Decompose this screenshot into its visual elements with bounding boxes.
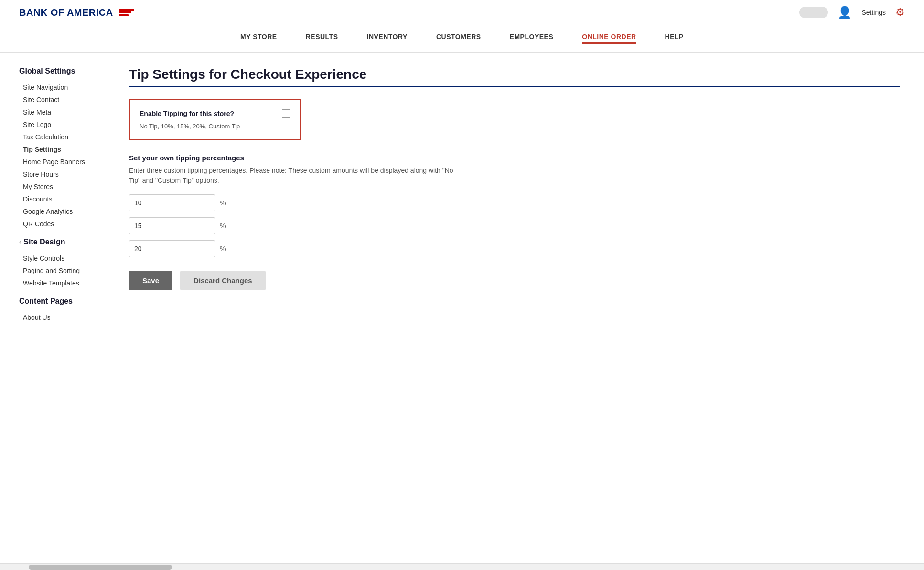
sidebar-item-qr-codes[interactable]: QR Codes (19, 218, 95, 230)
button-row: Save Discard Changes (129, 271, 900, 290)
user-avatar (799, 7, 828, 18)
sidebar-item-website-templates[interactable]: Website Templates (19, 277, 95, 289)
flag-stripe-3 (119, 14, 129, 16)
sidebar-item-site-contact[interactable]: Site Contact (19, 94, 95, 106)
person-icon[interactable]: 👤 (838, 6, 852, 19)
sidebar-item-paging-sorting[interactable]: Paging and Sorting (19, 264, 95, 277)
tip-input-3[interactable] (129, 240, 215, 257)
sidebar-item-style-controls[interactable]: Style Controls (19, 252, 95, 264)
save-button[interactable]: Save (129, 271, 172, 290)
main-content: Tip Settings for Checkout Experience Ena… (105, 53, 924, 560)
set-percentages-desc: Enter three custom tipping percentages. … (129, 166, 454, 186)
sidebar-item-google-analytics[interactable]: Google Analytics (19, 205, 95, 218)
page-title: Tip Settings for Checkout Experience (129, 67, 900, 82)
nav-customers[interactable]: CUSTOMERS (436, 33, 481, 44)
enable-tipping-header: Enable Tipping for this store? (140, 109, 290, 119)
flag-stripe-1 (119, 9, 134, 11)
sidebar-item-discounts[interactable]: Discounts (19, 193, 95, 205)
tip-input-2[interactable] (129, 217, 215, 234)
tip-input-row-3: % (129, 240, 900, 257)
tip-input-1[interactable] (129, 194, 215, 211)
collapse-icon[interactable]: ‹ (19, 238, 21, 246)
header: BANK OF AMERICA 👤 Settings ⚙ (0, 0, 924, 25)
enable-tipping-card: Enable Tipping for this store? No Tip, 1… (129, 99, 301, 140)
sidebar-item-about-us[interactable]: About Us (19, 311, 95, 324)
logo-area: BANK OF AMERICA (19, 7, 134, 18)
settings-label[interactable]: Settings (861, 9, 886, 16)
logo-flag (119, 9, 134, 16)
enable-tipping-title: Enable Tipping for this store? (140, 109, 234, 119)
nav-my-store[interactable]: MY STORE (240, 33, 277, 44)
enable-tipping-checkbox[interactable] (282, 109, 290, 118)
title-underline (129, 86, 900, 87)
sidebar-item-site-navigation[interactable]: Site Navigation (19, 81, 95, 94)
site-design-title: Site Design (23, 238, 65, 246)
sidebar-item-tax-calculation[interactable]: Tax Calculation (19, 131, 95, 143)
global-settings-title: Global Settings (19, 67, 95, 75)
sidebar-item-site-meta[interactable]: Site Meta (19, 106, 95, 118)
sidebar-item-store-hours[interactable]: Store Hours (19, 168, 95, 180)
main-nav: MY STORE RESULTS INVENTORY CUSTOMERS EMP… (0, 25, 924, 53)
tip-input-row-2: % (129, 217, 900, 234)
nav-results[interactable]: RESULTS (306, 33, 338, 44)
nav-online-order[interactable]: ONLINE ORDER (582, 33, 636, 44)
logo-text: BANK OF AMERICA (19, 7, 113, 18)
tip-percent-label-1: % (220, 199, 226, 207)
nav-help[interactable]: HELP (665, 33, 684, 44)
tip-percent-label-2: % (220, 222, 226, 230)
sidebar-item-tip-settings[interactable]: Tip Settings (19, 143, 95, 156)
set-percentages-title: Set your own tipping percentages (129, 154, 900, 162)
sidebar: Global Settings Site Navigation Site Con… (0, 53, 105, 560)
tip-input-row-1: % (129, 194, 900, 211)
flag-stripe-2 (119, 11, 131, 13)
discard-button[interactable]: Discard Changes (180, 271, 266, 290)
header-right: 👤 Settings ⚙ (799, 6, 905, 19)
sidebar-item-home-page-banners[interactable]: Home Page Banners (19, 156, 95, 168)
site-design-section: ‹ Site Design (19, 238, 95, 246)
nav-inventory[interactable]: INVENTORY (367, 33, 408, 44)
tip-percent-label-3: % (220, 245, 226, 253)
sidebar-item-site-logo[interactable]: Site Logo (19, 118, 95, 131)
content-area: Global Settings Site Navigation Site Con… (0, 53, 924, 560)
nav-employees[interactable]: EMPLOYEES (510, 33, 554, 44)
sidebar-item-my-stores[interactable]: My Stores (19, 180, 95, 193)
gear-icon[interactable]: ⚙ (895, 6, 905, 19)
content-pages-title: Content Pages (19, 297, 95, 306)
enable-tipping-subtitle: No Tip, 10%, 15%, 20%, Custom Tip (140, 123, 290, 130)
